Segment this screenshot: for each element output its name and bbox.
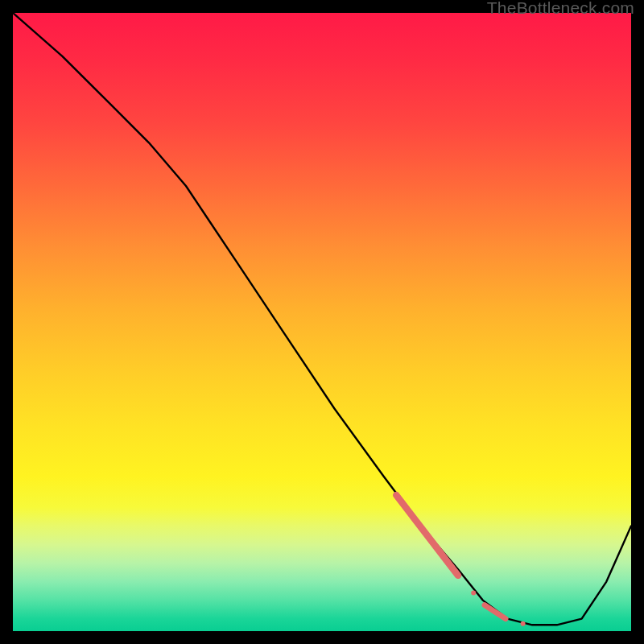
chart-frame xyxy=(11,11,633,633)
bottleneck-curve xyxy=(13,13,631,625)
chart-overlay xyxy=(13,13,631,631)
chart-marker-pill xyxy=(396,495,458,576)
chart-markers xyxy=(396,495,525,626)
chart-marker-pill xyxy=(485,605,506,619)
chart-marker-dot xyxy=(471,590,476,595)
watermark-text: TheBottleneck.com xyxy=(487,0,634,18)
chart-marker-dot xyxy=(521,621,526,626)
